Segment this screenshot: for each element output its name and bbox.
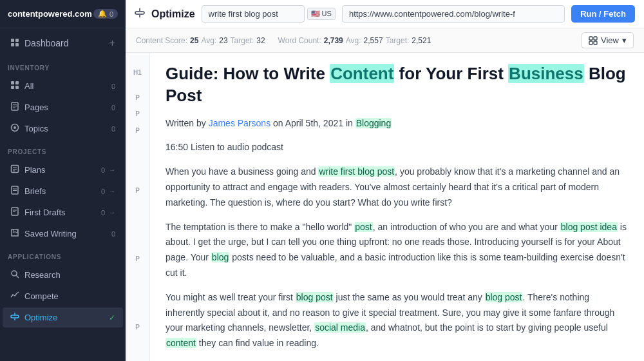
svg-rect-26 <box>11 315 19 318</box>
svg-rect-35 <box>594 41 597 44</box>
svg-rect-7 <box>15 86 19 89</box>
sidebar-item-briefs[interactable]: Briefs 0 → <box>3 181 123 201</box>
sidebar-item-all[interactable]: All 0 <box>3 76 123 96</box>
topics-icon <box>10 123 19 134</box>
paragraph-3: You might as well treat your first blog … <box>166 290 629 351</box>
sidebar-item-optimize[interactable]: Optimize ✓ <box>3 307 123 327</box>
para2-hl3: blog <box>211 252 229 262</box>
svg-rect-2 <box>11 43 14 46</box>
first-drafts-arrow-icon: → <box>109 209 115 216</box>
author-paragraph: Written by James Parsons on April 5th, 2… <box>166 116 629 132</box>
content-highlight: Content <box>330 64 394 83</box>
sidebar-item-saved-writing[interactable]: Saved Writing 0 <box>3 224 123 244</box>
svg-rect-5 <box>15 81 19 84</box>
research-icon <box>10 269 19 280</box>
audio-paragraph: 16:50 Listen to audio podcast <box>166 140 629 155</box>
svg-point-24 <box>12 271 17 276</box>
content-area: H1 P P P P P P Guide: How to Write Conte… <box>126 53 644 361</box>
view-button[interactable]: View ▾ <box>582 32 634 48</box>
line-p1: P <box>135 122 140 182</box>
sidebar-item-pages[interactable]: Pages 0 <box>3 97 123 117</box>
optimize-icon <box>10 312 19 323</box>
keyword-input[interactable] <box>202 5 305 23</box>
language-flag: 🇺🇸 US <box>307 8 336 20</box>
sidebar-item-plans[interactable]: Plans 0 → <box>3 160 123 180</box>
first-drafts-icon <box>10 207 19 218</box>
inventory-section-label: INVENTORY <box>0 55 126 75</box>
briefs-arrow-icon: → <box>109 188 115 195</box>
para2-hl2: blog post idea <box>560 222 618 232</box>
optimize-topbar-icon <box>135 8 145 20</box>
line-numbers-column: H1 P P P P P P <box>126 53 150 361</box>
svg-rect-0 <box>11 39 14 42</box>
pages-icon <box>10 102 19 113</box>
svg-rect-34 <box>589 41 592 44</box>
paragraph-1: When you have a business going and write… <box>166 164 629 210</box>
plans-icon <box>10 164 19 175</box>
statsbar: Content Score: 25 Avg: 23 Target: 32 Wor… <box>126 28 644 53</box>
category-highlight: Blogging <box>355 118 392 128</box>
para3-hl2: blog post <box>485 292 523 302</box>
url-input[interactable] <box>342 5 565 23</box>
para3-hl3: social media <box>314 322 366 333</box>
projects-section-label: PROJECTS <box>0 139 126 159</box>
para3-hl4: content <box>166 338 196 348</box>
line-p-author: P <box>135 90 140 106</box>
business-highlight: Business <box>508 64 584 83</box>
topbar: Optimize 🇺🇸 US Run / Fetch <box>126 0 644 28</box>
para1-hl1: write first blog post <box>318 166 395 177</box>
svg-rect-1 <box>15 39 19 42</box>
paragraph-2: The temptation is there to make a "hello… <box>166 220 629 281</box>
para2-hl1: post <box>354 222 372 232</box>
brand-badge: 🔔 0 <box>93 9 118 19</box>
svg-line-25 <box>16 275 19 278</box>
sidebar-item-compete[interactable]: Compete <box>3 286 123 306</box>
svg-rect-6 <box>11 86 14 89</box>
author-link[interactable]: James Parsons <box>209 118 270 128</box>
para3-hl1: blog post <box>296 292 334 302</box>
content-score-stat: Content Score: 25 Avg: 23 Target: 32 <box>136 36 265 45</box>
compete-icon <box>10 291 19 302</box>
word-count-stat: Word Count: 2,739 Avg: 2,557 Target: 2,5… <box>278 36 431 45</box>
sidebar-item-dashboard[interactable]: Dashboard + <box>3 31 123 55</box>
main-panel: Optimize 🇺🇸 US Run / Fetch Content Score… <box>126 0 644 361</box>
view-label: View <box>601 35 619 45</box>
line-p4: P <box>135 319 140 361</box>
plans-arrow-icon: → <box>109 166 115 173</box>
applications-section-label: APPLICATIONS <box>0 244 126 264</box>
saved-writing-icon <box>10 228 19 239</box>
line-p2: P <box>135 182 140 251</box>
svg-rect-4 <box>11 81 14 84</box>
brand-name: contentpowered.com <box>8 9 92 19</box>
optimize-check-icon: ✓ <box>109 313 115 322</box>
line-p-audio: P <box>135 106 140 122</box>
dashboard-icon <box>10 38 19 49</box>
svg-point-13 <box>14 126 16 129</box>
sidebar-item-topics[interactable]: Topics 0 <box>3 119 123 139</box>
view-icon <box>589 36 598 45</box>
dashboard-label: Dashboard <box>24 38 69 48</box>
svg-rect-29 <box>135 12 144 14</box>
briefs-icon <box>10 186 19 197</box>
line-p3: P <box>135 251 140 319</box>
page-title: Optimize <box>151 8 195 20</box>
sidebar: contentpowered.com 🔔 0 Dashboard + INVEN… <box>0 0 126 361</box>
svg-rect-3 <box>15 43 19 46</box>
svg-rect-33 <box>594 37 597 40</box>
view-chevron-icon: ▾ <box>622 35 627 45</box>
notification-icon: 🔔 <box>98 10 107 18</box>
line-h1-tag: H1 <box>133 64 142 81</box>
article-content: Guide: How to Write Content for Your Fir… <box>150 53 644 361</box>
sidebar-brand: contentpowered.com 🔔 0 <box>0 0 126 28</box>
article-heading: Guide: How to Write Content for Your Fir… <box>166 63 629 107</box>
add-icon[interactable]: + <box>109 37 115 49</box>
svg-rect-32 <box>589 37 592 40</box>
run-fetch-button[interactable]: Run / Fetch <box>571 5 635 23</box>
sidebar-item-first-drafts[interactable]: First Drafts 0 → <box>3 202 123 222</box>
all-icon <box>10 81 19 92</box>
sidebar-item-research[interactable]: Research <box>3 265 123 285</box>
